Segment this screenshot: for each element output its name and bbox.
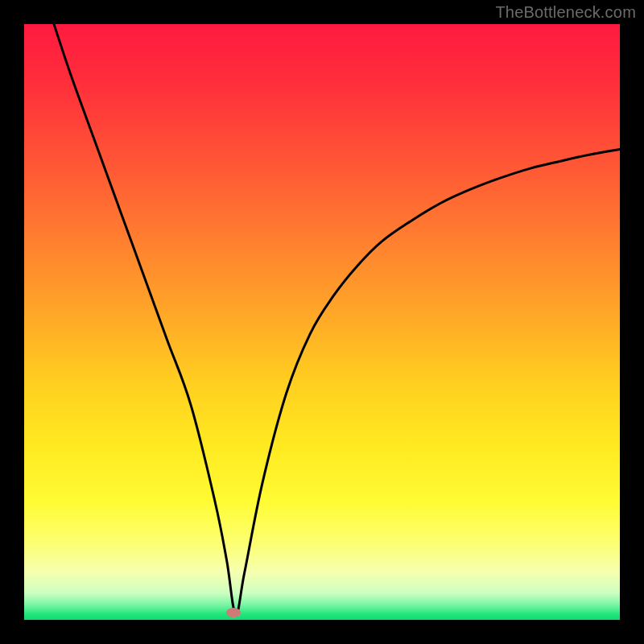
chart-background-gradient [24, 24, 620, 620]
svg-rect-0 [24, 24, 620, 620]
chart-frame [24, 24, 620, 620]
watermark-text: TheBottleneck.com [495, 3, 636, 22]
